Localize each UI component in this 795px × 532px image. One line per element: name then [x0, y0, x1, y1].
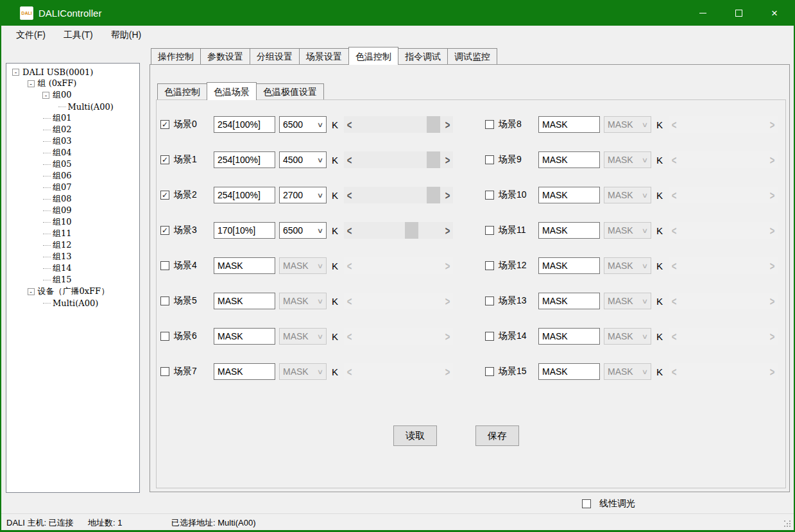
scene-checkbox[interactable]: ✓: [160, 191, 169, 200]
scrollbar-track[interactable]: [680, 116, 767, 133]
scene-checkbox[interactable]: ✓: [160, 155, 169, 164]
tab-6[interactable]: 调试监控: [447, 48, 497, 64]
scene-temp-select[interactable]: 6500 ∨: [279, 222, 327, 239]
scene-temp-select[interactable]: MASK ∨: [279, 328, 327, 345]
scrollbar-thumb[interactable]: [427, 187, 440, 203]
tree-expander-icon[interactable]: -: [28, 80, 35, 87]
tree-item[interactable]: Multi(A00): [6, 101, 139, 112]
tree-item[interactable]: 组08: [6, 193, 139, 205]
tree-item[interactable]: -设备（广播0xFF）: [6, 286, 139, 297]
scroll-left-icon[interactable]: <: [669, 219, 680, 242]
scroll-right-icon[interactable]: >: [442, 325, 453, 348]
temp-scrollbar[interactable]: < >: [669, 151, 778, 168]
scene-level-input[interactable]: [214, 116, 275, 133]
scene-temp-select[interactable]: MASK ∨: [604, 151, 651, 168]
scrollbar-track[interactable]: [680, 257, 767, 274]
scroll-left-icon[interactable]: <: [669, 113, 680, 136]
scroll-left-icon[interactable]: <: [669, 325, 680, 348]
scene-checkbox[interactable]: [160, 367, 169, 376]
tree-item[interactable]: 组15: [6, 274, 139, 286]
read-button[interactable]: 读取: [393, 425, 437, 446]
scene-level-input[interactable]: [538, 328, 600, 345]
subtab-1[interactable]: 色温场景: [207, 82, 257, 100]
linear-dimming-checkbox[interactable]: [582, 499, 591, 508]
temp-scrollbar[interactable]: < >: [669, 116, 778, 133]
tree-item[interactable]: 组06: [6, 170, 139, 182]
tree-item[interactable]: -组 (0xFF): [6, 78, 139, 89]
save-button[interactable]: 保存: [475, 425, 519, 446]
scroll-right-icon[interactable]: >: [767, 113, 778, 136]
temp-scrollbar[interactable]: < >: [669, 187, 778, 203]
subtab-2[interactable]: 色温极值设置: [256, 83, 324, 99]
temp-scrollbar[interactable]: < >: [669, 222, 778, 239]
scrollbar-track[interactable]: [355, 151, 442, 168]
temp-scrollbar[interactable]: < >: [669, 293, 778, 309]
subtab-0[interactable]: 色温控制: [157, 83, 207, 99]
scroll-right-icon[interactable]: >: [442, 113, 453, 136]
tree-item[interactable]: 组10: [6, 216, 139, 228]
tree-item[interactable]: 组12: [6, 239, 139, 251]
scrollbar-track[interactable]: [680, 363, 767, 380]
scene-checkbox[interactable]: [160, 296, 169, 305]
scroll-left-icon[interactable]: <: [669, 254, 680, 277]
scroll-right-icon[interactable]: >: [767, 184, 778, 207]
tree-expander-icon[interactable]: -: [12, 69, 19, 76]
scroll-right-icon[interactable]: >: [767, 325, 778, 348]
scene-level-input[interactable]: [214, 187, 275, 203]
scrollbar-track[interactable]: [680, 222, 767, 239]
tree-item[interactable]: 组14: [6, 262, 139, 274]
tree-item[interactable]: 组04: [6, 147, 139, 159]
menu-item[interactable]: 工具(T): [55, 26, 102, 44]
scene-checkbox[interactable]: [485, 296, 494, 305]
temp-scrollbar[interactable]: < >: [344, 222, 453, 239]
temp-scrollbar[interactable]: < >: [344, 151, 453, 168]
scrollbar-track[interactable]: [355, 328, 442, 345]
scene-temp-select[interactable]: MASK ∨: [604, 222, 651, 239]
resize-grip-icon[interactable]: [783, 520, 791, 528]
scrollbar-track[interactable]: [680, 293, 767, 309]
tree-item[interactable]: 组05: [6, 159, 139, 170]
temp-scrollbar[interactable]: < >: [669, 257, 778, 274]
scroll-left-icon[interactable]: <: [344, 360, 355, 383]
scroll-left-icon[interactable]: <: [669, 360, 680, 383]
temp-scrollbar[interactable]: < >: [344, 257, 453, 274]
scene-temp-select[interactable]: MASK ∨: [604, 116, 651, 133]
tree-item[interactable]: 组02: [6, 124, 139, 135]
maximize-button[interactable]: [721, 0, 757, 26]
scene-temp-select[interactable]: 6500 ∨: [279, 116, 327, 133]
scroll-right-icon[interactable]: >: [442, 360, 453, 383]
scene-checkbox[interactable]: [485, 261, 494, 270]
scene-temp-select[interactable]: MASK ∨: [279, 257, 327, 274]
scroll-right-icon[interactable]: >: [767, 219, 778, 242]
scrollbar-thumb[interactable]: [427, 116, 440, 133]
scrollbar-track[interactable]: [355, 187, 442, 203]
tab-3[interactable]: 场景设置: [299, 48, 349, 64]
scene-temp-select[interactable]: 4500 ∨: [279, 151, 327, 168]
scroll-left-icon[interactable]: <: [344, 254, 355, 277]
tree-item[interactable]: 组13: [6, 251, 139, 262]
scene-checkbox[interactable]: [485, 155, 494, 164]
scene-level-input[interactable]: [538, 222, 600, 239]
scene-checkbox[interactable]: [160, 261, 169, 270]
scroll-left-icon[interactable]: <: [344, 325, 355, 348]
scene-checkbox[interactable]: [485, 226, 494, 235]
close-button[interactable]: ×: [757, 0, 792, 26]
scene-checkbox[interactable]: [485, 367, 494, 376]
scroll-right-icon[interactable]: >: [442, 254, 453, 277]
scene-checkbox[interactable]: [485, 120, 494, 129]
scrollbar-track[interactable]: [355, 363, 442, 380]
tree-expander-icon[interactable]: -: [42, 92, 49, 99]
tree-expander-icon[interactable]: -: [28, 288, 35, 295]
scrollbar-track[interactable]: [680, 151, 767, 168]
scrollbar-track[interactable]: [355, 293, 442, 309]
scene-level-input[interactable]: [538, 187, 600, 203]
scroll-right-icon[interactable]: >: [442, 184, 453, 207]
tab-0[interactable]: 操作控制: [151, 48, 201, 64]
scroll-right-icon[interactable]: >: [767, 360, 778, 383]
scene-level-input[interactable]: [214, 257, 275, 274]
tree-item[interactable]: -DALI USB(0001): [6, 66, 139, 78]
scroll-left-icon[interactable]: <: [344, 219, 355, 242]
scroll-right-icon[interactable]: >: [767, 148, 778, 171]
temp-scrollbar[interactable]: < >: [344, 116, 453, 133]
scroll-left-icon[interactable]: <: [344, 184, 355, 207]
